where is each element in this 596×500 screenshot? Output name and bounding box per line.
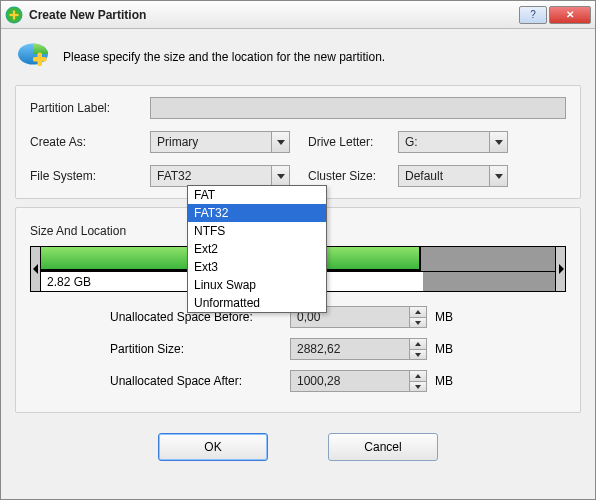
fs-option[interactable]: Linux Swap xyxy=(188,276,326,294)
fs-option[interactable]: Ext2 xyxy=(188,240,326,258)
file-system-value: FAT32 xyxy=(157,169,191,183)
unit-label: MB xyxy=(435,310,453,324)
help-button[interactable]: ? xyxy=(519,6,547,24)
partition-icon xyxy=(15,39,51,75)
cancel-button[interactable]: Cancel xyxy=(328,433,438,461)
dialog-window: Create New Partition ? ✕ xyxy=(0,0,596,500)
spin-down-button[interactable] xyxy=(410,381,426,391)
ok-button[interactable]: OK xyxy=(158,433,268,461)
spin-down-button[interactable] xyxy=(410,317,426,327)
svg-marker-8 xyxy=(559,264,564,274)
unit-label: MB xyxy=(435,374,453,388)
partition-size-lbl: Partition Size: xyxy=(110,342,290,356)
svg-marker-7 xyxy=(33,264,38,274)
spin-up-button[interactable] xyxy=(410,339,426,349)
fs-option[interactable]: NTFS xyxy=(188,222,326,240)
partition-size-input[interactable]: 2882,62 xyxy=(290,338,410,360)
file-system-dropdown[interactable]: FATFAT32NTFSExt2Ext3Linux SwapUnformatte… xyxy=(187,185,327,313)
chevron-down-icon xyxy=(271,132,289,152)
form-panel: Partition Label: Create As: Primary Driv… xyxy=(15,85,581,199)
bar-segment-unalloc xyxy=(421,247,555,271)
dialog-content: Please specify the size and the location… xyxy=(1,29,595,499)
bar-bottom-gray xyxy=(423,272,555,291)
drive-letter-value: G: xyxy=(405,135,418,149)
svg-rect-3 xyxy=(13,10,15,19)
drive-letter-combo[interactable]: G: xyxy=(398,131,508,153)
partition-label-lbl: Partition Label: xyxy=(30,101,150,115)
fs-option[interactable]: FAT xyxy=(188,186,326,204)
spin-down-button[interactable] xyxy=(410,349,426,359)
partition-label-input[interactable] xyxy=(150,97,566,119)
spin-up-button[interactable] xyxy=(410,371,426,381)
file-system-lbl: File System: xyxy=(30,169,150,183)
titlebar: Create New Partition ? ✕ xyxy=(1,1,595,29)
fs-option[interactable]: Ext3 xyxy=(188,258,326,276)
space-after-input[interactable]: 1000,28 xyxy=(290,370,410,392)
create-as-lbl: Create As: xyxy=(30,135,150,149)
svg-rect-6 xyxy=(38,53,43,67)
cluster-size-combo[interactable]: Default xyxy=(398,165,508,187)
app-icon xyxy=(5,6,23,24)
cluster-size-lbl: Cluster Size: xyxy=(308,169,398,183)
resize-handle-left[interactable] xyxy=(31,247,41,291)
create-as-value: Primary xyxy=(157,135,198,149)
chevron-down-icon xyxy=(489,166,507,186)
fs-option[interactable]: FAT32 xyxy=(188,204,326,222)
chevron-down-icon xyxy=(271,166,289,186)
space-after-lbl: Unallocated Space After: xyxy=(110,374,290,388)
dialog-footer: OK Cancel xyxy=(15,421,581,477)
resize-handle-right[interactable] xyxy=(555,247,565,291)
instruction-text: Please specify the size and the location… xyxy=(63,50,385,64)
file-system-combo[interactable]: FAT32 xyxy=(150,165,290,187)
close-button[interactable]: ✕ xyxy=(549,6,591,24)
fs-option[interactable]: Unformatted xyxy=(188,294,326,312)
drive-letter-lbl: Drive Letter: xyxy=(308,135,398,149)
spin-up-button[interactable] xyxy=(410,307,426,317)
create-as-combo[interactable]: Primary xyxy=(150,131,290,153)
cluster-size-value: Default xyxy=(405,169,443,183)
window-title: Create New Partition xyxy=(29,8,519,22)
chevron-down-icon xyxy=(489,132,507,152)
unit-label: MB xyxy=(435,342,453,356)
